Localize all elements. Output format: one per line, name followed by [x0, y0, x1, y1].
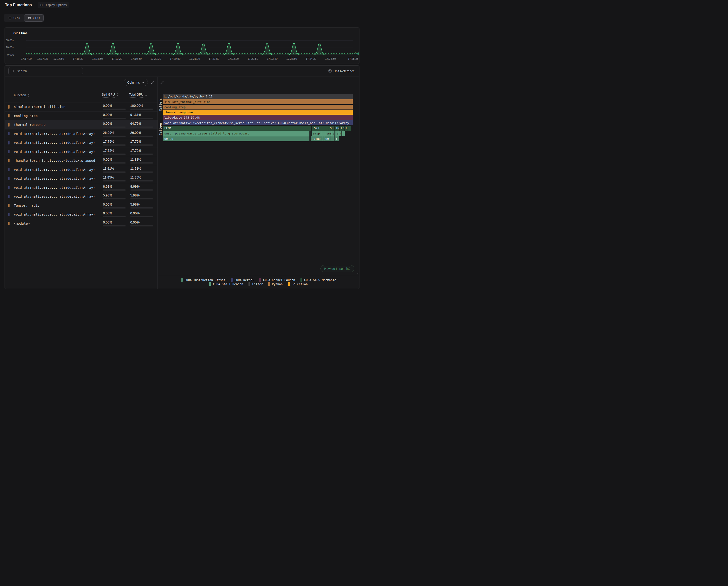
flame-block[interactable] [331, 136, 333, 141]
table-row[interactable]: void at::native::ve... at::detail::Array… [5, 174, 157, 183]
flame-block[interactable] [310, 131, 310, 136]
flame-block[interactable]: SHF [329, 126, 335, 131]
x-axis-tick: 17:20:20 [151, 57, 161, 60]
how-do-i-use-this-button[interactable]: How do I use this? [320, 265, 354, 272]
flame-toolbar [158, 77, 359, 88]
python-marker-icon [8, 114, 9, 117]
display-options-button[interactable]: ⚙ Display Options [38, 2, 69, 8]
unit-reference-link[interactable]: ? Unit Reference [328, 69, 355, 73]
self-gpu-value: 17.72% [103, 149, 129, 152]
flame-block[interactable] [312, 126, 313, 131]
table-row[interactable]: void at::native::ve... at::detail::Array… [5, 183, 157, 192]
flame-block[interactable] [349, 126, 350, 131]
flame-block[interactable] [343, 131, 344, 136]
expand-flamegraph-button[interactable] [160, 80, 164, 84]
flame-block[interactable] [310, 136, 310, 141]
table-row[interactable]: void at::native::ve... at::detail::Array… [5, 165, 157, 174]
y-axis-tick: 0.00s [1, 53, 14, 56]
gpu-tab[interactable]: GPU [24, 14, 44, 22]
table-row[interactable]: _handle_torch_funct...ed.<locals>.wrappe… [5, 156, 157, 165]
flame-block[interactable]: cooling_step [163, 105, 353, 110]
flame-block[interactable] [311, 131, 312, 136]
total-gpu-cell: 5.98% [129, 203, 155, 209]
flame-block[interactable]: simulate_thermal_diffusion [163, 99, 353, 104]
search-input[interactable] [17, 69, 80, 73]
self-gpu-bar [103, 126, 126, 128]
legend-item: CUDA Kernel [231, 278, 254, 282]
flame-block[interactable]: smsp__pcsamp_warps_issue_stalled_long_sc… [163, 131, 309, 136]
flame-block[interactable] [331, 136, 331, 141]
flame-block[interactable]: void at::native::vectorized_elementwise_… [163, 120, 353, 125]
function-name: void at::native::ve... at::detail::Array… [14, 186, 102, 190]
total-gpu-value: 17.72% [130, 149, 155, 152]
python-marker-icon [8, 204, 9, 207]
table-row[interactable]: Tensor.__rdiv__0.00%5.98% [5, 201, 157, 210]
total-gpu-value: 5.98% [130, 203, 155, 206]
gpu-chip-icon [28, 16, 31, 20]
flame-block[interactable] [322, 131, 324, 136]
function-name: cooling_step [14, 114, 102, 118]
flame-block[interactable]: thermal_response [163, 110, 353, 115]
table-row[interactable]: simulate_thermal_diffusion0.00%100.00% [5, 102, 157, 112]
flame-block[interactable] [350, 126, 351, 131]
self-gpu-value: 0.00% [103, 122, 129, 125]
cpu-tab[interactable]: CPU [4, 14, 24, 22]
legend-label: CUDA Kernel Launch [263, 278, 295, 282]
flame-block[interactable] [323, 136, 324, 141]
flame-block[interactable]: smsp_ [312, 131, 322, 136]
flame-block[interactable] [347, 126, 349, 131]
flame-block[interactable] [338, 136, 339, 141]
flame-block[interactable] [341, 131, 343, 136]
expand-table-button[interactable] [151, 80, 155, 84]
flame-block[interactable]: FFMA [163, 126, 311, 131]
resize-handle-icon[interactable] [357, 272, 359, 274]
flame-block[interactable]: 0x1 [324, 136, 330, 141]
flame-block[interactable]: s [335, 131, 338, 136]
table-row[interactable]: void at::native::ve... at::detail::Array… [5, 192, 157, 201]
columns-button[interactable]: Columns [124, 79, 148, 86]
flame-block[interactable]: sms [325, 131, 331, 136]
flame-block[interactable] [344, 131, 345, 136]
chart-title: GPU Time [14, 31, 27, 35]
flame-block[interactable] [335, 131, 335, 136]
legend-row: CUDA Stall ReasonFilterPythonSelection [209, 282, 308, 286]
search-box[interactable] [8, 67, 83, 75]
flame-block[interactable]: 0x180 [311, 136, 321, 141]
table-row[interactable]: void at::native::ve... at::detail::Array… [5, 147, 157, 156]
flame-block[interactable]: libcuda.so.575.57.08 [163, 115, 353, 120]
flame-block[interactable]: 0x120 [163, 136, 309, 141]
self-gpu-cell: 0.00% [102, 221, 129, 226]
column-header-self-gpu[interactable]: Self GPU [102, 93, 129, 98]
cuda-marker-icon [8, 168, 9, 171]
flame-block[interactable] [337, 136, 338, 141]
flame-block[interactable]: s [331, 131, 334, 136]
flame-block[interactable] [333, 136, 334, 141]
legend-label: CUDA Stall Reason [213, 282, 243, 286]
flame-block[interactable]: LD [340, 126, 344, 131]
flame-block[interactable] [324, 131, 325, 136]
table-row[interactable]: void at::native::ve... at::detail::Array… [5, 129, 157, 139]
column-header-function[interactable]: Function [14, 93, 102, 97]
self-gpu-bar [103, 216, 126, 217]
total-gpu-bar [130, 225, 153, 226]
gpu-time-plot[interactable] [26, 37, 353, 56]
package-icon [164, 95, 167, 98]
table-row[interactable]: void at::native::ve... at::detail::Array… [5, 210, 157, 219]
flame-block[interactable]: ( [335, 136, 337, 141]
flame-block[interactable] [321, 136, 323, 141]
legend-item: CUDA SASS Mnemonic [301, 278, 336, 282]
table-row[interactable]: cooling_step0.00%91.31% [5, 112, 157, 121]
table-row[interactable]: void at::native::ve... at::detail::Array… [5, 138, 157, 147]
flame-block[interactable]: S2R [313, 126, 329, 131]
self-gpu-cell: 0.00% [102, 203, 129, 209]
flame-block[interactable]: s [339, 131, 341, 136]
x-axis-tick: 17:22:20 [228, 57, 239, 60]
cuda-marker-icon [8, 213, 9, 216]
flame-block[interactable]: IM [335, 126, 339, 131]
flame-block[interactable] [338, 131, 339, 136]
flame-block[interactable]: E [345, 126, 347, 131]
column-header-total-gpu[interactable]: Total GPU [129, 93, 155, 98]
flame-block[interactable]: /opt/conda/bin/python3.11 [163, 94, 353, 99]
table-row[interactable]: <module>0.00%0.00% [5, 219, 157, 228]
table-row[interactable]: thermal_response0.00%64.79% [5, 120, 157, 129]
